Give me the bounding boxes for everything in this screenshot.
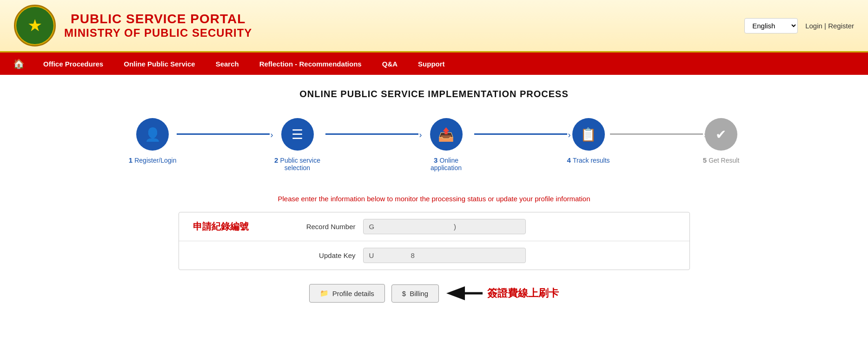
step-4-text: Track results	[573, 157, 610, 164]
step-4: 📋 4 Track results	[567, 118, 610, 164]
connector-1-2: ›	[177, 133, 270, 135]
step-3-circle: 📤	[430, 118, 463, 151]
auth-links: Login | Register	[805, 22, 854, 30]
step-5-label: 5 Get Result	[703, 156, 740, 164]
logo-inner: ★	[16, 7, 53, 44]
step-4-label: 4 Track results	[567, 156, 610, 164]
step-2-number: 2	[274, 156, 280, 164]
step-5-circle: ✔	[705, 118, 737, 151]
nav-item-search[interactable]: Search	[205, 53, 249, 74]
step-4-number: 4	[567, 156, 573, 164]
record-number-row: 申請紀錄編號 Record Number	[179, 212, 689, 241]
connector-3-4: ›	[474, 133, 567, 135]
language-select[interactable]: English Tiếng Việt	[744, 18, 798, 33]
billing-label: Billing	[410, 290, 428, 297]
profile-details-label: Profile details	[332, 290, 374, 297]
step-3-icon: 📤	[438, 127, 454, 142]
nav-item-online-public-service[interactable]: Online Public Service	[113, 53, 205, 74]
logo-star-icon: ★	[27, 17, 42, 34]
step-3: 📤 3 Online application	[418, 118, 474, 172]
profile-details-button[interactable]: 📁 Profile details	[309, 284, 385, 303]
profile-details-icon: 📁	[320, 289, 329, 297]
steps-container: 👤 1 Register/Login › ☰ 2 Public service …	[19, 118, 849, 172]
connector-4-5: ›	[610, 133, 703, 135]
step-1-icon: 👤	[145, 127, 161, 142]
nav-item-qa[interactable]: Q&A	[372, 53, 408, 74]
step-1-number: 1	[129, 156, 135, 164]
step-4-icon: 📋	[580, 127, 596, 142]
billing-button[interactable]: $ Billing	[391, 284, 439, 303]
title-line2: MINISTRY OF PUBLIC SECURITY	[64, 26, 252, 40]
nav-item-office-procedures[interactable]: Office Procedures	[33, 53, 113, 74]
arrow-annotation: 簽證費線上刷卡	[445, 284, 559, 303]
step-5-number: 5	[703, 156, 709, 164]
nav-item-reflection-recommendations[interactable]: Reflection - Recommendations	[249, 53, 372, 74]
step-4-circle: 📋	[572, 118, 605, 151]
record-number-cn-label: 申請紀錄編號	[193, 220, 286, 233]
step-5-text: Get Result	[709, 157, 739, 164]
home-icon: 🏠	[13, 58, 25, 69]
nav-home-icon[interactable]: 🏠	[5, 53, 33, 75]
billing-icon: $	[402, 290, 406, 297]
main-content: ONLINE PUBLIC SERVICE IMPLEMENTATION PRO…	[0, 75, 868, 317]
big-arrow-svg	[445, 284, 483, 303]
step-1-text: Register/Login	[134, 157, 176, 164]
nav-item-support[interactable]: Support	[408, 53, 455, 74]
login-link[interactable]: Login	[805, 22, 822, 30]
update-key-input[interactable]	[363, 248, 526, 263]
step-5-icon: ✔	[716, 127, 726, 142]
step-3-label: 3 Online application	[418, 156, 474, 172]
update-key-en-label: Update Key	[286, 251, 356, 259]
step-1-label: 1 Register/Login	[129, 156, 177, 164]
step-2-label: 2 Public service selection	[270, 156, 325, 172]
form-table: 申請紀錄編號 Record Number Update Key	[179, 212, 690, 270]
annotation-cn-text: 簽證費線上刷卡	[487, 286, 559, 300]
header-logo: ★ PUBLIC SERVICE PORTAL MINISTRY OF PUBL…	[14, 5, 252, 46]
title-line1: PUBLIC SERVICE PORTAL	[64, 12, 252, 26]
step-1: 👤 1 Register/Login	[129, 118, 177, 164]
step-2-text: Public service selection	[280, 157, 320, 172]
header-right: English Tiếng Việt Login | Register	[744, 18, 854, 33]
step-3-number: 3	[434, 156, 440, 164]
step-2-circle: ☰	[281, 118, 314, 151]
record-number-en-label: Record Number	[286, 223, 356, 231]
process-title: ONLINE PUBLIC SERVICE IMPLEMENTATION PRO…	[19, 89, 849, 99]
auth-separator: |	[824, 22, 828, 30]
header: ★ PUBLIC SERVICE PORTAL MINISTRY OF PUBL…	[0, 0, 868, 53]
step-1-circle: 👤	[136, 118, 169, 151]
header-title: PUBLIC SERVICE PORTAL MINISTRY OF PUBLIC…	[64, 12, 252, 40]
navbar: 🏠 Office Procedures Online Public Servic…	[0, 53, 868, 75]
info-text: Please enter the information below to mo…	[19, 195, 849, 203]
update-key-row: Update Key	[179, 241, 689, 270]
step-2-icon: ☰	[292, 127, 303, 142]
register-link[interactable]: Register	[828, 22, 854, 30]
record-number-input[interactable]	[363, 219, 526, 234]
connector-2-3: ›	[325, 133, 418, 135]
buttons-row: 📁 Profile details $ Billing 簽證費線上刷卡	[19, 284, 849, 303]
step-2: ☰ 2 Public service selection	[270, 118, 325, 172]
step-5: ✔ 5 Get Result	[703, 118, 740, 164]
logo-emblem: ★	[14, 5, 56, 46]
